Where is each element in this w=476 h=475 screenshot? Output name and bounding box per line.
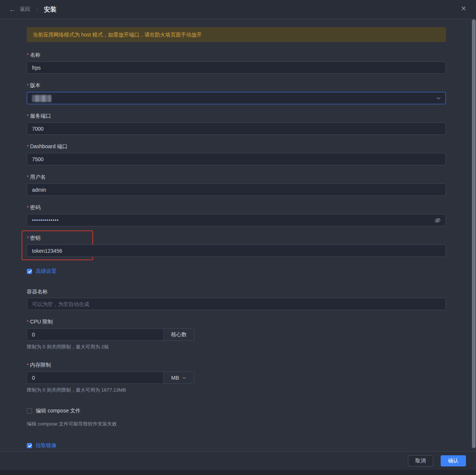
username-label: 用户名: [27, 173, 446, 181]
eye-off-icon[interactable]: [434, 217, 441, 224]
memory-unit-select[interactable]: MB: [164, 372, 194, 384]
memory-unit-value: MB: [171, 375, 179, 381]
version-label: 版本: [27, 82, 446, 89]
network-mode-warning-banner: 当前应用网络模式为 host 模式，如需放开端口，请在防火墙页面手动放开: [27, 27, 446, 42]
page-title: 安装: [44, 5, 57, 14]
field-token: 密钥: [27, 234, 446, 257]
field-name: 名称: [27, 51, 446, 74]
edit-compose-label: 编辑 compose 文件: [36, 408, 81, 414]
field-memory-limit: 内存限制 MB 限制为 0 则关闭限制，最大可用为 1677.13MB: [27, 361, 446, 393]
service-port-label: 服务端口: [27, 112, 446, 120]
token-input[interactable]: [27, 245, 445, 256]
field-password: 密码: [27, 204, 446, 226]
cpu-limit-input[interactable]: [27, 329, 163, 340]
back-arrow-icon[interactable]: ←: [9, 6, 16, 13]
password-input[interactable]: [27, 214, 434, 226]
token-label: 密钥: [27, 234, 446, 242]
username-input[interactable]: [27, 184, 445, 195]
close-icon[interactable]: ✕: [461, 5, 466, 12]
edit-compose-help: 编辑 compose 文件可能导致软件安装失败: [27, 421, 446, 427]
field-cpu-limit: CPU 限制 核心数 限制为 0 则关闭限制，最大可用为 2核: [27, 318, 446, 350]
password-label: 密码: [27, 204, 446, 211]
service-port-input[interactable]: [27, 123, 445, 134]
advanced-settings-checkbox[interactable]: [27, 269, 32, 274]
field-container-name: 容器名称: [27, 288, 446, 310]
version-select[interactable]: [27, 92, 446, 104]
confirm-button[interactable]: 确认: [441, 455, 466, 466]
memory-limit-help: 限制为 0 则关闭限制，最大可用为 1677.13MB: [27, 387, 446, 393]
container-name-label: 容器名称: [27, 288, 446, 295]
back-button[interactable]: 返回: [20, 6, 30, 13]
cpu-unit-suffix: 核心数: [164, 328, 194, 341]
pull-image-checkbox-row[interactable]: 拉取镜像: [27, 442, 446, 449]
bottom-strip: [0, 470, 476, 475]
chevron-down-icon: [182, 376, 186, 380]
cpu-limit-help: 限制为 0 则关闭限制，最大可用为 2核: [27, 344, 446, 350]
dashboard-port-label: Dashboard 端口: [27, 143, 446, 150]
field-dashboard-port: Dashboard 端口: [27, 143, 446, 165]
form-content: 当前应用网络模式为 host 模式，如需放开端口，请在防火墙页面手动放开 名称 …: [0, 19, 476, 462]
pull-image-label: 拉取镜像: [36, 442, 57, 449]
advanced-settings-checkbox-row[interactable]: 高级设置: [27, 268, 446, 275]
memory-limit-input[interactable]: [27, 372, 163, 383]
name-label: 名称: [27, 51, 446, 59]
container-name-input[interactable]: [27, 298, 445, 310]
chevron-down-icon: [436, 96, 441, 101]
pull-image-checkbox[interactable]: [27, 443, 32, 448]
advanced-settings-label: 高级设置: [36, 268, 57, 275]
topbar-divider: [37, 7, 37, 12]
vertical-scrollbar[interactable]: [472, 19, 476, 448]
topbar: ← 返回 安装 ✕: [0, 0, 476, 19]
dashboard-port-input[interactable]: [27, 153, 445, 165]
redacted-version-value: [32, 95, 51, 102]
field-username: 用户名: [27, 173, 446, 196]
edit-compose-checkbox[interactable]: [27, 408, 32, 414]
footer-bar: 取消 确认: [0, 451, 476, 470]
cpu-limit-label: CPU 限制: [27, 318, 446, 326]
field-service-port: 服务端口: [27, 112, 446, 135]
field-version: 版本: [27, 82, 446, 104]
cancel-button[interactable]: 取消: [408, 455, 433, 466]
edit-compose-checkbox-row[interactable]: 编辑 compose 文件: [27, 408, 446, 414]
memory-limit-label: 内存限制: [27, 361, 446, 369]
install-drawer: ← 返回 安装 ✕ 当前应用网络模式为 host 模式，如需放开端口，请在防火墙…: [0, 0, 476, 475]
name-input[interactable]: [27, 62, 445, 73]
version-select-input[interactable]: [27, 92, 436, 104]
